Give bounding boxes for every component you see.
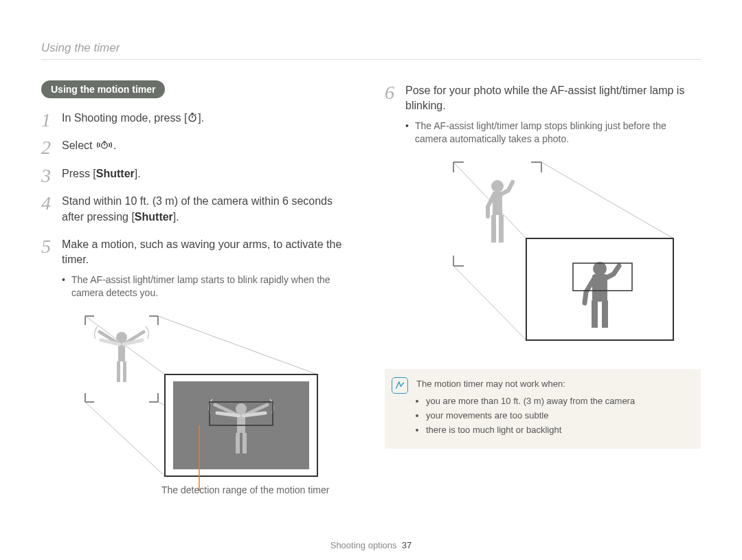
svg-point-0 <box>189 115 196 122</box>
page-footer: Shooting options 37 <box>0 540 742 550</box>
step-number: 1 <box>41 107 51 133</box>
step-5: 5 Make a motion, such as waving your arm… <box>41 237 357 300</box>
left-column: Using the motion timer 1 In Shooting mod… <box>41 80 357 512</box>
step-text: Stand within 10 ft. (3 m) of the camera … <box>62 195 333 222</box>
step-4: 4 Stand within 10 ft. (3 m) of the camer… <box>41 194 357 225</box>
footer-section: Shooting options <box>330 540 397 550</box>
svg-rect-2 <box>192 113 194 114</box>
footer-page: 37 <box>402 540 412 550</box>
svg-rect-43 <box>602 300 608 328</box>
svg-rect-14 <box>123 361 126 382</box>
step-number: 2 <box>41 134 51 161</box>
figure-pose <box>385 159 701 365</box>
motion-timer-icon <box>95 139 113 150</box>
svg-rect-6 <box>103 142 105 142</box>
svg-rect-23 <box>236 433 240 453</box>
step-sub: The AF-assist light/timer lamp stops bli… <box>415 120 701 146</box>
svg-line-9 <box>85 402 165 476</box>
step-1: 1 In Shooting mode, press [ ]. <box>41 111 357 126</box>
bullet-icon: • <box>405 120 415 146</box>
svg-line-33 <box>453 266 526 340</box>
step-text: Select <box>62 139 95 151</box>
step-sub: The AF-assist light/timer lamp starts to… <box>71 273 357 300</box>
svg-rect-38 <box>499 215 504 243</box>
svg-line-32 <box>541 162 673 238</box>
step-2: 2 Select . <box>41 138 357 153</box>
bullet-icon: • <box>62 273 71 300</box>
note-item: your movements are too subtle <box>426 410 688 421</box>
svg-rect-13 <box>117 361 120 382</box>
note-icon <box>392 377 408 394</box>
step-text: Press [ <box>62 168 96 179</box>
step-bold: Shutter <box>96 168 135 179</box>
step-text-post: . <box>113 139 116 151</box>
svg-rect-42 <box>592 300 598 328</box>
section-pill: Using the motion timer <box>41 80 165 98</box>
step-text: Pose for your photo while the AF-assist … <box>405 85 684 111</box>
step-number: 4 <box>41 190 51 216</box>
step-text-post: ]. <box>135 168 141 179</box>
note-item: there is too much light or backlight <box>426 425 688 435</box>
step-bold: Shutter <box>135 211 173 223</box>
step-text: Make a motion, such as waving your arms,… <box>62 238 341 265</box>
svg-rect-24 <box>243 433 247 453</box>
step-number: 6 <box>385 79 394 106</box>
timer-icon <box>187 112 198 123</box>
step-text-post: ]. <box>198 112 204 124</box>
svg-point-35 <box>491 180 504 192</box>
step-number: 5 <box>41 233 51 260</box>
step-text: In Shooting mode, press [ <box>62 112 187 124</box>
step-6: 6 Pose for your photo while the AF-assis… <box>385 83 701 146</box>
step-text-post: ]. <box>173 211 179 223</box>
note-item: you are more than 10 ft. (3 m) away from… <box>426 396 688 406</box>
right-column: 6 Pose for your photo while the AF-assis… <box>385 80 701 512</box>
svg-point-21 <box>236 403 247 414</box>
figure-caption: The detection range of the motion timer <box>161 484 329 495</box>
note-heading: The motion timer may not work when: <box>416 379 688 389</box>
svg-point-40 <box>593 262 607 276</box>
page-title: Using the timer <box>41 41 701 60</box>
svg-line-3 <box>196 114 196 115</box>
note-block: The motion timer may not work when: you … <box>385 369 701 449</box>
svg-line-8 <box>158 316 317 374</box>
svg-rect-37 <box>491 215 496 243</box>
step-3: 3 Press [Shutter]. <box>41 166 357 181</box>
figure-wave-detection: The detection range of the motion timer <box>41 313 357 512</box>
step-number: 3 <box>41 162 51 189</box>
